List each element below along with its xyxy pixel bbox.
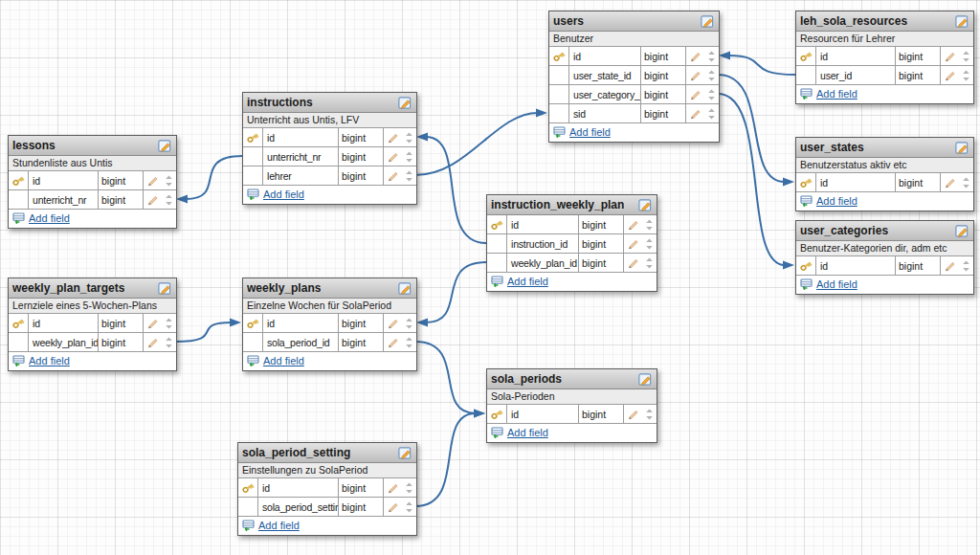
field-row[interactable]: weekly_plan_id bigint	[487, 254, 657, 273]
field-row[interactable]: id bigint	[796, 256, 973, 276]
add-field-label[interactable]: Add field	[816, 195, 858, 207]
field-row[interactable]: instruction_id bigint	[487, 234, 657, 254]
add-field-button[interactable]: Add field	[796, 192, 973, 211]
edit-field-icon[interactable]	[627, 256, 639, 269]
reorder-field-icon[interactable]	[405, 336, 413, 349]
edit-field-icon[interactable]	[944, 176, 956, 189]
reorder-field-icon[interactable]	[962, 50, 970, 63]
reorder-field-icon[interactable]	[405, 500, 413, 514]
reorder-field-icon[interactable]	[962, 176, 970, 189]
entity-table-lessons[interactable]: lessons Stundenliste aus Untis	[8, 135, 177, 229]
edit-field-icon[interactable]	[689, 69, 702, 81]
edit-table-icon[interactable]	[700, 14, 715, 29]
reorder-field-icon[interactable]	[645, 408, 654, 421]
field-row[interactable]: id bigint	[487, 405, 657, 424]
reorder-field-icon[interactable]	[707, 88, 716, 101]
edit-field-icon[interactable]	[944, 69, 956, 81]
field-row[interactable]: user_id bigint	[796, 66, 973, 85]
edit-field-icon[interactable]	[627, 237, 639, 250]
add-field-button[interactable]: Add field	[9, 352, 176, 370]
edit-field-icon[interactable]	[944, 50, 956, 62]
add-field-button[interactable]: Add field	[796, 276, 973, 294]
reorder-field-icon[interactable]	[405, 150, 413, 164]
entity-table-instructions[interactable]: instructions Unterricht aus Untis, LFV	[242, 92, 417, 205]
entity-table-sola_periods[interactable]: sola_periods Sola-Perioden	[486, 368, 657, 443]
reorder-field-icon[interactable]	[405, 317, 413, 330]
edit-table-icon[interactable]	[954, 14, 969, 29]
add-field-button[interactable]: Add field	[243, 186, 416, 204]
table-header[interactable]: weekly_plan_targets	[9, 278, 176, 299]
field-row[interactable]: unterricht_nr bigint	[9, 190, 176, 210]
edit-field-icon[interactable]	[387, 317, 399, 329]
field-row[interactable]: weekly_plan_id bigint	[9, 333, 176, 352]
reorder-field-icon[interactable]	[707, 107, 716, 121]
field-row[interactable]: id bigint	[549, 47, 719, 66]
table-header[interactable]: user_states	[796, 138, 973, 158]
entity-table-leh_sola_resources[interactable]: leh_sola_resources Resourcen für Lehrer	[795, 11, 974, 104]
entity-table-user_categories[interactable]: user_categories Benutzer-Kategorien dir,…	[795, 220, 974, 295]
edit-field-icon[interactable]	[689, 50, 702, 62]
add-field-button[interactable]: Add field	[487, 273, 657, 291]
field-row[interactable]: user_state_id bigint	[549, 66, 719, 85]
edit-field-icon[interactable]	[387, 336, 399, 348]
field-row[interactable]: sola_period_id bigint	[243, 333, 416, 352]
field-row[interactable]: id bigint	[9, 314, 176, 333]
add-field-button[interactable]: Add field	[9, 210, 176, 228]
field-row[interactable]: id bigint	[487, 215, 657, 234]
reorder-field-icon[interactable]	[165, 336, 173, 349]
edit-field-icon[interactable]	[146, 336, 159, 348]
reorder-field-icon[interactable]	[962, 259, 970, 273]
edit-field-icon[interactable]	[944, 259, 956, 272]
field-row[interactable]: sid bigint	[549, 104, 719, 123]
edit-table-icon[interactable]	[397, 281, 412, 296]
edit-field-icon[interactable]	[146, 174, 159, 187]
edit-field-icon[interactable]	[146, 317, 159, 329]
reorder-field-icon[interactable]	[165, 174, 173, 188]
table-header[interactable]: instruction_weekly_plan	[487, 195, 657, 215]
add-field-label[interactable]: Add field	[507, 276, 548, 287]
field-row[interactable]: unterricht_nr bigint	[243, 147, 416, 166]
field-row[interactable]: id bigint	[796, 173, 973, 192]
edit-table-icon[interactable]	[157, 281, 172, 296]
add-field-label[interactable]: Add field	[29, 212, 70, 224]
add-field-label[interactable]: Add field	[263, 355, 304, 366]
entity-table-weekly_plan_targets[interactable]: weekly_plan_targets Lernziele eines 5-Wo…	[8, 278, 177, 371]
table-header[interactable]: sola_periods	[487, 369, 657, 389]
add-field-label[interactable]: Add field	[816, 88, 858, 100]
reorder-field-icon[interactable]	[645, 237, 654, 251]
edit-table-icon[interactable]	[954, 224, 969, 238]
add-field-label[interactable]: Add field	[263, 189, 304, 200]
edit-table-icon[interactable]	[954, 141, 969, 155]
edit-field-icon[interactable]	[387, 481, 399, 494]
add-field-label[interactable]: Add field	[258, 520, 300, 531]
field-row[interactable]: user_category_id bigint	[549, 85, 719, 104]
edit-field-icon[interactable]	[146, 193, 159, 206]
field-row[interactable]: id bigint	[796, 47, 973, 66]
field-row[interactable]: id bigint	[243, 314, 416, 333]
edit-table-icon[interactable]	[157, 139, 172, 153]
reorder-field-icon[interactable]	[405, 131, 413, 144]
entity-table-users[interactable]: users Benutzer	[548, 11, 720, 143]
add-field-label[interactable]: Add field	[816, 278, 858, 290]
field-row[interactable]: id bigint	[238, 478, 416, 498]
entity-table-weekly_plans[interactable]: weekly_plans Einzelne Wochen für SolaPer…	[242, 278, 417, 371]
table-header[interactable]: user_categories	[796, 221, 973, 241]
edit-table-icon[interactable]	[397, 446, 412, 460]
table-header[interactable]: instructions	[243, 93, 416, 113]
table-header[interactable]: weekly_plans	[243, 278, 416, 299]
edit-field-icon[interactable]	[387, 150, 399, 163]
add-field-button[interactable]: Add field	[243, 352, 416, 370]
table-header[interactable]: leh_sola_resources	[796, 11, 973, 32]
reorder-field-icon[interactable]	[962, 69, 970, 82]
edit-field-icon[interactable]	[689, 107, 702, 120]
add-field-label[interactable]: Add field	[507, 427, 548, 438]
add-field-button[interactable]: Add field	[796, 85, 973, 103]
reorder-field-icon[interactable]	[645, 256, 654, 270]
add-field-button[interactable]: Add field	[238, 517, 416, 535]
reorder-field-icon[interactable]	[707, 69, 716, 82]
field-row[interactable]: lehrer bigint	[243, 166, 416, 186]
add-field-label[interactable]: Add field	[29, 355, 70, 366]
table-header[interactable]: lessons	[9, 136, 176, 156]
reorder-field-icon[interactable]	[165, 317, 173, 330]
reorder-field-icon[interactable]	[645, 218, 654, 232]
